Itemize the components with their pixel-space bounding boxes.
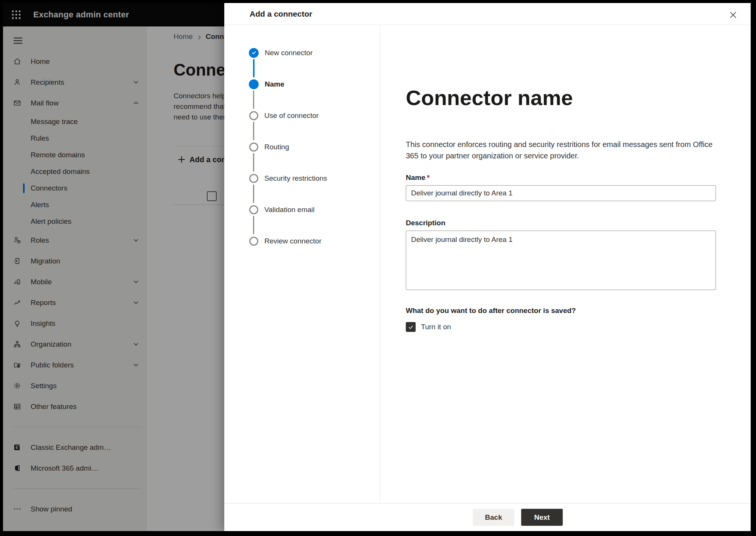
turn-it-on-label: Turn it on (421, 323, 451, 331)
app-window: Exchange admin center Home Recipients Ma… (3, 3, 751, 531)
step-upcoming-icon (249, 205, 258, 214)
checkmark-icon (408, 324, 414, 330)
step-completed-icon (249, 48, 259, 58)
wizard-page-name: Connector name This connector enforces r… (380, 25, 751, 503)
step-new-connector[interactable]: New connector (249, 37, 380, 68)
dialog-footer: Back Next (224, 503, 751, 531)
step-use-of-connector[interactable]: Use of connector (249, 100, 380, 131)
name-field-label: Name* (406, 174, 716, 182)
name-input[interactable] (406, 185, 716, 201)
step-upcoming-icon (249, 143, 258, 152)
description-field-label: Description (406, 219, 716, 227)
after-save-question: What do you want to do after connector i… (406, 307, 716, 315)
next-button[interactable]: Next (521, 509, 563, 526)
required-asterisk: * (427, 174, 430, 181)
step-current-icon (249, 79, 259, 89)
close-icon (729, 11, 737, 19)
step-upcoming-icon (249, 174, 258, 183)
wizard-stepper: New connector Name Use of connector Rout… (224, 25, 380, 503)
step-upcoming-icon (249, 111, 258, 120)
close-button[interactable] (727, 8, 739, 21)
wizard-page-description: This connector enforces routing and secu… (406, 139, 716, 161)
step-upcoming-icon (249, 237, 258, 246)
dialog-title: Add a connector (250, 9, 312, 19)
turn-it-on-checkbox-row[interactable]: Turn it on (406, 322, 716, 332)
dialog-header: Add a connector (224, 3, 751, 25)
step-routing[interactable]: Routing (249, 131, 380, 163)
step-review-connector[interactable]: Review connector (249, 225, 380, 257)
step-security-restrictions[interactable]: Security restrictions (249, 163, 380, 194)
screenshot-frame: Exchange admin center Home Recipients Ma… (0, 0, 756, 536)
turn-it-on-checkbox[interactable] (406, 322, 416, 332)
back-button[interactable]: Back (473, 509, 514, 526)
add-connector-dialog: Add a connector New connector Name (224, 3, 751, 531)
description-input[interactable]: Deliver journal directly to Area 1 (406, 231, 716, 290)
step-validation-email[interactable]: Validation email (249, 194, 380, 225)
wizard-page-heading: Connector name (406, 85, 716, 110)
step-name[interactable]: Name (249, 68, 380, 100)
